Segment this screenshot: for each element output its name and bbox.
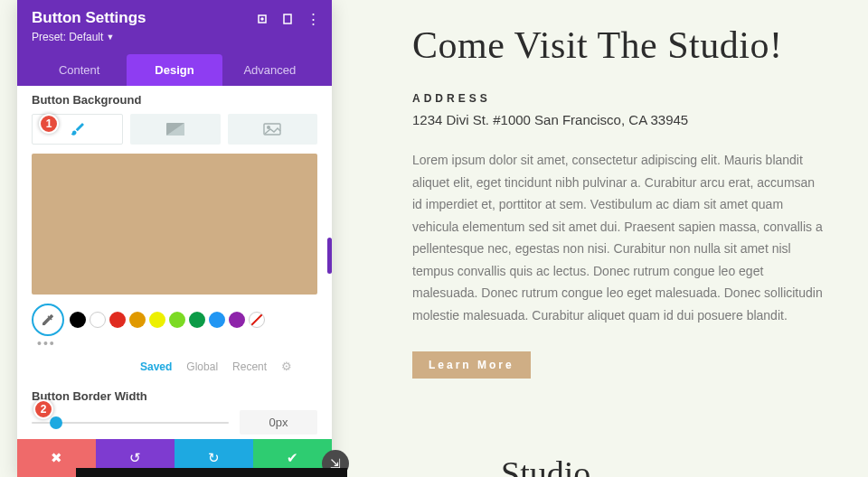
page-heading: Come Visit The Studio! xyxy=(412,23,826,67)
button-settings-panel: Button Settings Preset: Default ▼ ⋮ Cont… xyxy=(17,0,332,477)
swatch-blue[interactable] xyxy=(209,312,225,328)
expand-icon[interactable] xyxy=(252,9,272,29)
more-swatches-icon[interactable]: ••• xyxy=(37,336,317,351)
background-type-row xyxy=(32,114,317,145)
tab-content[interactable]: Content xyxy=(32,54,127,86)
swatch-white[interactable] xyxy=(90,312,106,328)
bottom-heading: Studio xyxy=(501,454,590,477)
gear-icon[interactable]: ⚙ xyxy=(281,360,292,373)
eyedropper-button[interactable] xyxy=(32,304,64,336)
address-text: 1234 Divi St. #1000 San Francisco, CA 33… xyxy=(412,112,826,127)
swatch-orange[interactable] xyxy=(129,312,146,328)
swatch-red[interactable] xyxy=(109,312,126,328)
panel-tabs: Content Design Advanced xyxy=(32,54,317,86)
tab-advanced[interactable]: Advanced xyxy=(222,54,317,86)
more-icon[interactable]: ⋮ xyxy=(303,9,323,29)
slider-track[interactable] xyxy=(32,412,229,434)
panel-body: Button Background xyxy=(17,86,332,439)
preset-label: Preset: Default xyxy=(32,31,103,43)
preset-selector[interactable]: Preset: Default ▼ xyxy=(32,31,317,43)
swatch-transparent[interactable] xyxy=(249,312,265,328)
border-width-slider: 0px xyxy=(32,410,317,435)
border-width-value[interactable]: 0px xyxy=(240,410,317,435)
swatch-purple[interactable] xyxy=(229,312,245,328)
callout-marker-2: 2 xyxy=(33,399,53,419)
swatch-green[interactable] xyxy=(189,312,205,328)
body-paragraph: Lorem ipsum dolor sit amet, consectetur … xyxy=(412,149,826,326)
panel-header: Button Settings Preset: Default ▼ ⋮ Cont… xyxy=(17,0,332,86)
address-label: ADDRESS xyxy=(412,92,826,105)
background-preview[interactable] xyxy=(32,154,317,295)
color-swatch-row xyxy=(32,304,317,336)
bottom-image-preview xyxy=(76,468,347,477)
svg-point-5 xyxy=(268,126,270,129)
svg-rect-2 xyxy=(284,14,291,23)
caret-down-icon: ▼ xyxy=(106,33,114,42)
swatch-black[interactable] xyxy=(70,312,86,328)
section-title-border: Button Border Width xyxy=(32,389,317,403)
background-type-gradient[interactable] xyxy=(130,114,220,145)
section-title-background: Button Background xyxy=(32,93,317,107)
slider-knob[interactable] xyxy=(50,416,62,429)
palette-tab-saved[interactable]: Saved xyxy=(140,360,172,373)
swatch-lime[interactable] xyxy=(169,312,185,328)
page-preview: Come Visit The Studio! ADDRESS 1234 Divi… xyxy=(371,0,868,379)
svg-point-1 xyxy=(261,18,263,20)
swatch-yellow[interactable] xyxy=(149,312,165,328)
callout-marker-1: 1 xyxy=(39,114,59,134)
scrollbar-thumb[interactable] xyxy=(327,238,332,274)
background-type-image[interactable] xyxy=(228,114,317,145)
palette-tabs: Saved Global Recent ⚙ xyxy=(32,360,317,373)
tab-design[interactable]: Design xyxy=(127,54,222,86)
palette-tab-recent[interactable]: Recent xyxy=(232,360,267,373)
learn-more-button[interactable]: Learn More xyxy=(412,351,531,379)
docs-icon[interactable] xyxy=(278,9,297,29)
palette-tab-global[interactable]: Global xyxy=(186,360,218,373)
